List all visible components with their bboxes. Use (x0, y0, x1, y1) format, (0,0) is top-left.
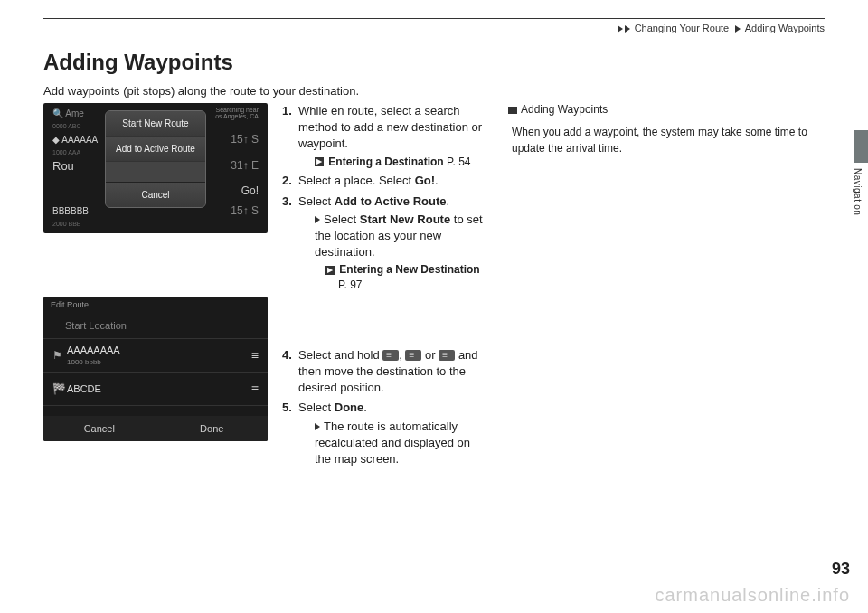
reference-icon: ▶ (326, 266, 335, 275)
start-new-route-button[interactable]: Start New Route (106, 111, 205, 137)
drag-handle-icon (405, 350, 421, 361)
checkered-flag-icon: 🏁 (52, 382, 67, 395)
section-tab (854, 130, 868, 163)
done-button[interactable]: Done (156, 416, 269, 441)
step-5: 5.Select Done. The route is automaticall… (282, 400, 486, 467)
bullet-arrow-icon (315, 216, 320, 223)
bullet-arrow-icon (315, 423, 320, 430)
drag-handle-icon[interactable]: ≡ (241, 348, 259, 363)
note-body: When you add a waypoint, the system may … (508, 124, 825, 156)
flag-icon: ⚑ (52, 349, 67, 362)
intro-text: Add waypoints (pit stops) along the rout… (43, 84, 825, 98)
chevron-right-icon (625, 25, 630, 33)
page-number: 93 (832, 560, 850, 579)
breadcrumb-section: Changing Your Route (635, 23, 730, 33)
page-title: Adding Waypoints (43, 50, 825, 75)
step-4: 4.Select and hold , or and then move the… (282, 347, 486, 397)
side-note-column: Adding Waypoints When you add a waypoint… (508, 103, 825, 471)
route-item-row[interactable]: 🏁 ABCDE ≡ (43, 373, 268, 406)
drag-handle-icon (382, 350, 399, 361)
screenshot-edit-route: Edit Route Start Location ⚑ AAAAAAAA 100… (43, 297, 268, 441)
watermark: carmanualsonline.info (655, 585, 850, 606)
chevron-right-icon (618, 25, 623, 33)
reference-icon: ▶ (315, 157, 324, 166)
step-1: 1.While en route, select a search method… (282, 103, 486, 169)
instruction-steps: 1.While en route, select a search method… (282, 103, 486, 471)
chevron-right-icon (735, 25, 741, 33)
start-location-row: Start Location (43, 313, 268, 339)
screenshot-route-dialog: 🔍 Ame Searching near os Angeles, CA 0000… (43, 103, 268, 233)
step-2: 2.Select a place. Select Go!. (282, 173, 486, 189)
note-heading: Adding Waypoints (521, 103, 608, 116)
drag-handle-icon[interactable]: ≡ (241, 382, 259, 396)
add-to-active-route-button[interactable]: Add to Active Route (106, 137, 205, 162)
breadcrumb-subsection: Adding Waypoints (745, 23, 825, 33)
section-label: Navigation (853, 168, 863, 215)
drag-handle-icon (439, 350, 455, 361)
route-modal: Start New Route Add to Active Route Canc… (105, 110, 206, 208)
route-item-row[interactable]: ⚑ AAAAAAAA 1000 bbbb ≡ (43, 339, 268, 373)
note-icon (508, 107, 517, 114)
step-3: 3.Select Add to Active Route. Select Sta… (282, 193, 486, 293)
breadcrumb: Changing Your Route Adding Waypoints (43, 18, 825, 33)
screen2-header: Edit Route (43, 297, 268, 313)
cancel-button[interactable]: Cancel (106, 182, 205, 207)
cancel-button[interactable]: Cancel (43, 416, 156, 441)
